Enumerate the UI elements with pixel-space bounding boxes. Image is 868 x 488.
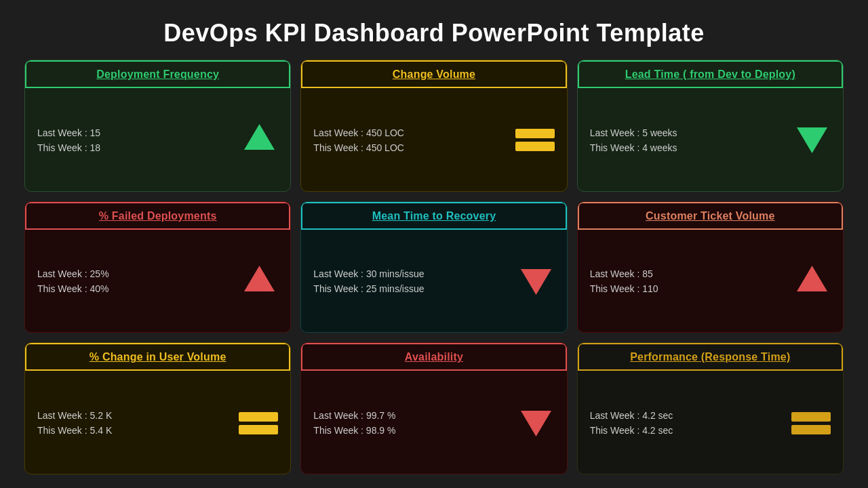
card-title-customer-ticket-volume: Customer Ticket Volume (646, 210, 775, 222)
last-week-performance-response-time: Last Week : 4.2 sec (590, 410, 673, 421)
card-body-performance-response-time: Last Week : 4.2 secThis Week : 4.2 sec (578, 371, 843, 474)
card-body-availability: Last Week : 99.7 %This Week : 98.9 % (301, 371, 566, 474)
last-week-failed-deployments: Last Week : 25% (37, 268, 109, 279)
this-week-mean-time-recovery: This Week : 25 mins/issue (313, 283, 424, 294)
svg-marker-1 (797, 127, 827, 153)
card-lead-time: Lead Time ( from Dev to Deploy)Last Week… (577, 60, 844, 192)
this-week-deployment-frequency: This Week : 18 (37, 142, 100, 153)
this-week-performance-response-time: This Week : 4.2 sec (590, 425, 673, 436)
card-performance-response-time: Performance (Response Time)Last Week : 4… (577, 342, 844, 474)
card-header-performance-response-time: Performance (Response Time) (578, 343, 843, 371)
last-week-availability: Last Week : 99.7 % (313, 410, 395, 421)
card-stats-change-volume: Last Week : 450 LOCThis Week : 450 LOC (313, 127, 404, 153)
card-body-failed-deployments: Last Week : 25%This Week : 40% (25, 230, 290, 333)
card-header-change-user-volume: % Change in User Volume (25, 343, 290, 371)
icon-performance-response-time (791, 412, 831, 434)
card-stats-failed-deployments: Last Week : 25%This Week : 40% (37, 268, 109, 294)
this-week-customer-ticket-volume: This Week : 110 (590, 283, 658, 294)
svg-marker-4 (797, 266, 827, 291)
card-customer-ticket-volume: Customer Ticket VolumeLast Week : 85This… (577, 201, 844, 333)
this-week-failed-deployments: This Week : 40% (37, 283, 109, 294)
last-week-lead-time: Last Week : 5 weeks (590, 127, 677, 138)
last-week-change-user-volume: Last Week : 5.2 K (37, 410, 112, 421)
card-body-change-user-volume: Last Week : 5.2 KThis Week : 5.4 K (25, 371, 290, 474)
last-week-deployment-frequency: Last Week : 15 (37, 127, 100, 138)
kpi-grid: Deployment FrequencyLast Week : 15This W… (0, 60, 868, 488)
card-header-change-volume: Change Volume (301, 60, 566, 88)
card-body-lead-time: Last Week : 5 weeksThis Week : 4 weeks (578, 88, 843, 191)
icon-failed-deployments (241, 262, 278, 302)
this-week-change-user-volume: This Week : 5.4 K (37, 425, 112, 436)
card-title-availability: Availability (405, 351, 463, 363)
icon-mean-time-recovery (517, 262, 555, 302)
card-stats-change-user-volume: Last Week : 5.2 KThis Week : 5.4 K (37, 410, 112, 436)
card-title-deployment-frequency: Deployment Frequency (96, 68, 219, 80)
icon-availability (517, 403, 555, 443)
svg-marker-0 (244, 124, 275, 150)
card-body-mean-time-recovery: Last Week : 30 mins/issueThis Week : 25 … (301, 230, 566, 333)
this-week-lead-time: This Week : 4 weeks (590, 142, 677, 153)
last-week-mean-time-recovery: Last Week : 30 mins/issue (313, 268, 424, 279)
card-title-mean-time-recovery: Mean Time to Recovery (372, 210, 496, 222)
card-body-deployment-frequency: Last Week : 15This Week : 18 (25, 88, 290, 191)
card-title-performance-response-time: Performance (Response Time) (630, 351, 790, 363)
card-stats-availability: Last Week : 99.7 %This Week : 98.9 % (313, 410, 395, 436)
card-title-change-volume: Change Volume (393, 68, 475, 80)
svg-marker-3 (521, 269, 551, 295)
icon-deployment-frequency (241, 120, 278, 160)
card-header-failed-deployments: % Failed Deployments (25, 202, 290, 230)
card-body-customer-ticket-volume: Last Week : 85This Week : 110 (578, 230, 843, 333)
svg-marker-2 (244, 266, 275, 291)
card-title-change-user-volume: % Change in User Volume (90, 351, 226, 363)
card-title-lead-time: Lead Time ( from Dev to Deploy) (625, 68, 795, 80)
card-stats-customer-ticket-volume: Last Week : 85This Week : 110 (590, 268, 658, 294)
card-failed-deployments: % Failed DeploymentsLast Week : 25%This … (24, 201, 291, 333)
card-mean-time-recovery: Mean Time to RecoveryLast Week : 30 mins… (300, 201, 567, 333)
icon-change-volume (515, 129, 555, 151)
icon-customer-ticket-volume (793, 262, 831, 302)
this-week-change-volume: This Week : 450 LOC (313, 142, 404, 153)
card-header-lead-time: Lead Time ( from Dev to Deploy) (578, 60, 843, 88)
page-title: DevOps KPI Dashboard PowerPoint Template (163, 0, 705, 60)
card-stats-mean-time-recovery: Last Week : 30 mins/issueThis Week : 25 … (313, 268, 424, 294)
card-header-availability: Availability (301, 343, 566, 371)
card-change-user-volume: % Change in User VolumeLast Week : 5.2 K… (24, 342, 291, 474)
card-body-change-volume: Last Week : 450 LOCThis Week : 450 LOC (301, 88, 566, 191)
card-header-customer-ticket-volume: Customer Ticket Volume (578, 202, 843, 230)
this-week-availability: This Week : 98.9 % (313, 425, 395, 436)
card-stats-performance-response-time: Last Week : 4.2 secThis Week : 4.2 sec (590, 410, 673, 436)
card-stats-lead-time: Last Week : 5 weeksThis Week : 4 weeks (590, 127, 677, 153)
card-deployment-frequency: Deployment FrequencyLast Week : 15This W… (24, 60, 291, 192)
card-availability: AvailabilityLast Week : 99.7 %This Week … (300, 342, 567, 474)
card-header-deployment-frequency: Deployment Frequency (25, 60, 290, 88)
last-week-customer-ticket-volume: Last Week : 85 (590, 268, 658, 279)
card-stats-deployment-frequency: Last Week : 15This Week : 18 (37, 127, 100, 153)
card-change-volume: Change VolumeLast Week : 450 LOCThis Wee… (300, 60, 567, 192)
svg-marker-5 (521, 411, 551, 436)
icon-lead-time (793, 120, 831, 160)
card-header-mean-time-recovery: Mean Time to Recovery (301, 202, 566, 230)
icon-change-user-volume (239, 412, 278, 434)
last-week-change-volume: Last Week : 450 LOC (313, 127, 404, 138)
card-title-failed-deployments: % Failed Deployments (99, 210, 217, 222)
